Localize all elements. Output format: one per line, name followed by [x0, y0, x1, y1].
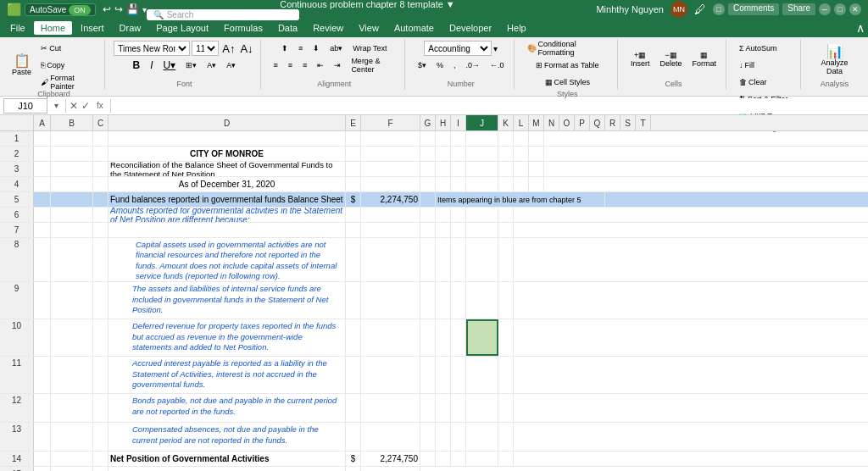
- cell-G9[interactable]: [420, 282, 436, 319]
- cell-J1[interactable]: [466, 131, 498, 146]
- cell-H2[interactable]: [436, 147, 451, 161]
- align-right-button[interactable]: ≡: [298, 58, 311, 73]
- close-button[interactable]: ✕: [849, 3, 861, 15]
- cell-J4[interactable]: [466, 177, 498, 191]
- maximize-button[interactable]: □: [834, 3, 846, 15]
- cell-A10[interactable]: [34, 319, 51, 356]
- cell-F2[interactable]: [361, 147, 420, 161]
- fill-button[interactable]: ↓ Fill: [735, 58, 795, 73]
- menu-page-layout[interactable]: Page Layout: [149, 21, 215, 35]
- cell-A3[interactable]: [34, 162, 51, 176]
- cell-A1[interactable]: [34, 131, 51, 146]
- cell-D9[interactable]: The assets and liabilities of internal s…: [108, 282, 346, 319]
- cell-E1[interactable]: [346, 131, 361, 146]
- row-num-5[interactable]: 5: [0, 192, 34, 207]
- cell-C12[interactable]: [93, 394, 108, 422]
- format-button[interactable]: ▦ Format: [688, 41, 721, 78]
- col-header-B[interactable]: B: [51, 115, 93, 130]
- cell-F6[interactable]: [361, 208, 420, 222]
- cell-C14[interactable]: [93, 452, 108, 466]
- row-num-1[interactable]: 1: [0, 131, 34, 146]
- cell-G12[interactable]: [420, 394, 436, 422]
- cell-A5[interactable]: [34, 192, 51, 207]
- cell-K7[interactable]: [498, 223, 514, 237]
- cell-H11[interactable]: [436, 357, 451, 393]
- cell-D10[interactable]: Deferred revenue for property taxes repo…: [108, 319, 346, 356]
- ribbon-collapse-icon[interactable]: ∧: [856, 21, 865, 35]
- cell-I12[interactable]: [451, 394, 466, 422]
- italic-button[interactable]: I: [146, 58, 157, 73]
- conditional-formatting-button[interactable]: 🎨 Conditional Formatting: [523, 41, 612, 56]
- delete-button[interactable]: −▦ Delete: [655, 41, 686, 78]
- redo-icon[interactable]: ↪: [114, 3, 123, 15]
- cell-C11[interactable]: [93, 357, 108, 393]
- cell-E10[interactable]: [346, 319, 361, 356]
- align-top-button[interactable]: ⬆: [277, 41, 292, 56]
- cell-F12[interactable]: [361, 394, 420, 422]
- cell-C9[interactable]: [93, 282, 108, 319]
- cell-D5[interactable]: Fund balances reported in governmental f…: [108, 192, 346, 207]
- row-num-13[interactable]: 13: [0, 423, 34, 451]
- cell-G10[interactable]: [420, 319, 436, 356]
- menu-file[interactable]: File: [3, 21, 32, 35]
- cell-H14[interactable]: [436, 452, 451, 466]
- cell-K13[interactable]: [498, 423, 514, 451]
- col-header-S[interactable]: S: [620, 115, 636, 130]
- align-middle-button[interactable]: ≡: [294, 41, 307, 56]
- cell-E8[interactable]: [346, 238, 361, 281]
- menu-review[interactable]: Review: [306, 21, 350, 35]
- cell-J7[interactable]: [466, 223, 498, 237]
- col-header-P[interactable]: P: [575, 115, 590, 130]
- restore-down-icon[interactable]: □: [713, 3, 725, 15]
- cell-K3[interactable]: [498, 162, 514, 176]
- cell-E15[interactable]: [346, 467, 361, 471]
- col-header-G[interactable]: G: [420, 115, 436, 130]
- cell-I9[interactable]: [451, 282, 466, 319]
- col-header-T[interactable]: T: [636, 115, 651, 130]
- cell-G2[interactable]: [420, 147, 436, 161]
- pen-icon[interactable]: 🖊: [694, 3, 706, 16]
- row-num-11[interactable]: 11: [0, 357, 34, 393]
- cell-A12[interactable]: [34, 394, 51, 422]
- cell-J9[interactable]: [466, 282, 498, 319]
- comments-button[interactable]: Comments: [728, 3, 779, 15]
- cell-J6[interactable]: [466, 208, 498, 222]
- insert-function-icon[interactable]: fx: [93, 101, 107, 110]
- cell-F10[interactable]: [361, 319, 420, 356]
- orientation-button[interactable]: ab▾: [326, 41, 347, 56]
- row-num-2[interactable]: 2: [0, 147, 34, 161]
- row-num-15[interactable]: 15: [0, 467, 34, 471]
- cell-C13[interactable]: [93, 423, 108, 451]
- copy-button[interactable]: ⎘ Copy: [36, 58, 99, 73]
- cell-F1[interactable]: [361, 131, 420, 146]
- row-num-4[interactable]: 4: [0, 177, 34, 191]
- cell-K14[interactable]: [498, 452, 514, 466]
- menu-developer[interactable]: Developer: [442, 21, 498, 35]
- cell-E7[interactable]: [346, 223, 361, 237]
- menu-draw[interactable]: Draw: [113, 21, 148, 35]
- cell-D2[interactable]: CITY OF MONROE: [108, 147, 346, 161]
- cell-G6[interactable]: [420, 208, 436, 222]
- cell-D13[interactable]: Compensated absences, not due and payabl…: [108, 423, 346, 451]
- percent-button[interactable]: %: [432, 58, 448, 73]
- cell-G7[interactable]: [420, 223, 436, 237]
- row-num-6[interactable]: 6: [0, 208, 34, 222]
- row-num-9[interactable]: 9: [0, 282, 34, 319]
- cell-K8[interactable]: [498, 238, 514, 281]
- dollar-button[interactable]: $▾: [414, 58, 431, 73]
- autosum-button[interactable]: Σ AutoSum: [735, 41, 795, 56]
- cell-B6[interactable]: [51, 208, 93, 222]
- row-num-14[interactable]: 14: [0, 452, 34, 466]
- cell-J12[interactable]: [466, 394, 498, 422]
- cell-F14[interactable]: 2,274,750: [361, 452, 420, 466]
- cell-G4[interactable]: [420, 177, 436, 191]
- cell-J10[interactable]: [466, 319, 498, 356]
- align-bottom-button[interactable]: ⬇: [309, 41, 324, 56]
- menu-home[interactable]: Home: [34, 21, 72, 35]
- share-button[interactable]: Share: [782, 3, 815, 15]
- cell-H6[interactable]: [436, 208, 451, 222]
- col-header-K[interactable]: K: [498, 115, 514, 130]
- row-num-12[interactable]: 12: [0, 394, 34, 422]
- cell-A15[interactable]: [34, 467, 51, 471]
- cell-B13[interactable]: [51, 423, 93, 451]
